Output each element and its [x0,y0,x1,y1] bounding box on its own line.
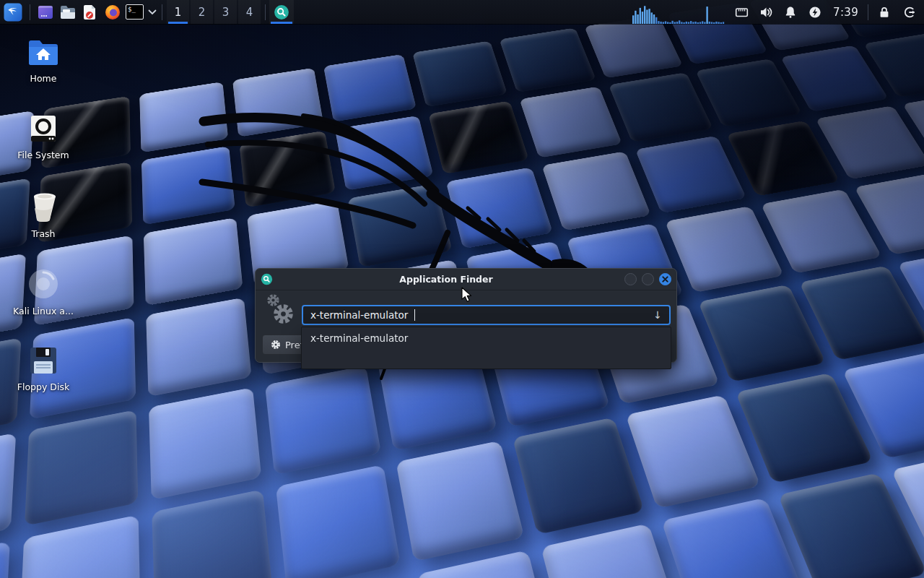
minimize-button[interactable] [624,273,637,285]
panel-separator [162,4,162,20]
finder-titlebar[interactable]: Application Finder [256,269,676,290]
wallpaper-cube [542,151,652,230]
wallpaper-cube [147,298,252,397]
power-icon [808,5,822,20]
desktop-icon-label: Floppy Disk [9,382,78,392]
search-input-value: x-terminal-emulator [310,309,408,321]
workspace-number: 4 [246,6,253,19]
maximize-button[interactable] [642,273,654,285]
launcher-file-manager[interactable] [56,0,79,24]
workspace-number: 3 [222,6,230,19]
wallpaper-cube [25,410,138,526]
desktop-icon-trash[interactable]: Trash [9,191,78,239]
wallpaper-cube [446,167,553,249]
wallpaper-cube [140,82,229,152]
panel-clock[interactable]: 7:39 [827,0,864,24]
launcher-text-editor[interactable] [79,0,101,24]
gear-icon [271,340,281,350]
wallpaper-cube [585,15,684,79]
volume-icon [759,5,774,20]
workspace-button-1[interactable]: 1 [167,0,189,24]
clock-text: 7:39 [833,6,858,19]
desktop-icon-kali-docs[interactable]: Kali Linux a... [9,268,78,316]
launcher-firefox[interactable] [101,0,123,24]
completion-dropdown: x-terminal-emulator [301,327,671,369]
logout-icon [902,5,917,20]
workspace-number: 2 [199,6,206,19]
floppy-disk-icon [28,345,58,376]
lock-screen-button[interactable] [872,0,897,24]
panel-separator [265,4,266,20]
volume-tray-button[interactable] [754,0,778,24]
wallpaper-cube [396,441,525,562]
network-tray-button[interactable] [729,0,754,24]
wallpaper-cube [520,87,623,158]
wallpaper-cube [323,54,417,122]
workspace-button-3[interactable]: 3 [214,0,237,24]
finder-window-icon [261,273,273,285]
purple-window-icon [37,4,54,21]
desktop-icon-label: Trash [9,229,78,239]
applications-menu-button[interactable] [0,0,26,24]
cpu-graph[interactable] [632,0,725,24]
wallpaper-cube [152,489,274,578]
wallpaper-cube [141,146,235,225]
kali-docs-icon [27,268,59,300]
power-manager-tray-button[interactable] [803,0,827,24]
close-icon [662,276,668,282]
window-title: Application Finder [273,274,619,285]
bell-icon [783,5,798,20]
workspace-number: 1 [175,6,182,19]
terminal-launcher-menu-button[interactable] [146,0,158,24]
wallpaper-cube [513,418,645,535]
completion-item[interactable]: x-terminal-emulator [302,327,671,349]
text-caret [414,309,415,321]
firefox-icon [104,4,121,21]
home-folder-icon [27,38,60,67]
launcher-terminal[interactable]: $_ [123,0,146,24]
kali-menu-icon [4,3,22,22]
chevron-down-icon [148,9,157,15]
wallpaper-cube [265,366,381,475]
desktop-icon-home[interactable]: Home [9,38,78,84]
desktop-icon-label: File System [9,150,78,160]
wallpaper-cube [500,27,596,92]
wallpaper-cube [429,100,530,174]
desktop-icon-label: Home [9,74,78,84]
active-workspace-underline [168,22,188,24]
desktop-icon-file-system[interactable]: File System [9,113,78,160]
wallpaper-cube [232,68,323,137]
trash-icon [28,191,58,223]
workspace-button-4[interactable]: 4 [238,0,261,24]
file-system-drive-icon [28,113,58,144]
notifications-tray-button[interactable] [778,0,803,24]
panel-separator [868,4,868,20]
wallpaper-cube [635,136,747,214]
wallpaper-cube [149,387,261,500]
wallpaper-cube [413,40,508,107]
launcher-window-app[interactable] [34,0,56,24]
wallpaper-cube [240,131,336,208]
entry-dropdown-arrow-icon[interactable]: ↓ [653,309,662,321]
wallpaper-cube [0,433,17,553]
wallpaper-cube [335,116,434,191]
search-input[interactable]: x-terminal-emulator ↓ [302,305,671,325]
lock-icon [877,5,892,20]
close-button[interactable] [659,273,671,285]
network-icon [734,5,749,20]
application-gears-icon [272,303,295,325]
wallpaper-cube [626,394,761,509]
wallpaper-cube [348,184,453,267]
wallpaper-cube [665,206,784,293]
panel-tray: 7:39 [632,0,924,24]
logout-button[interactable] [897,0,921,24]
wallpaper-cube [541,523,684,578]
top-panel: $_ 1 2 3 4 [0,0,924,24]
workspace-button-2[interactable]: 2 [191,0,213,24]
search-icon [274,4,289,20]
wallpaper-cube [144,217,243,306]
taskbar-application-finder-button[interactable] [269,0,294,24]
desktop-icon-floppy[interactable]: Floppy Disk [9,345,78,392]
wallpaper-cube [0,541,10,578]
kali-desktop: Home File System Trash [0,0,924,578]
